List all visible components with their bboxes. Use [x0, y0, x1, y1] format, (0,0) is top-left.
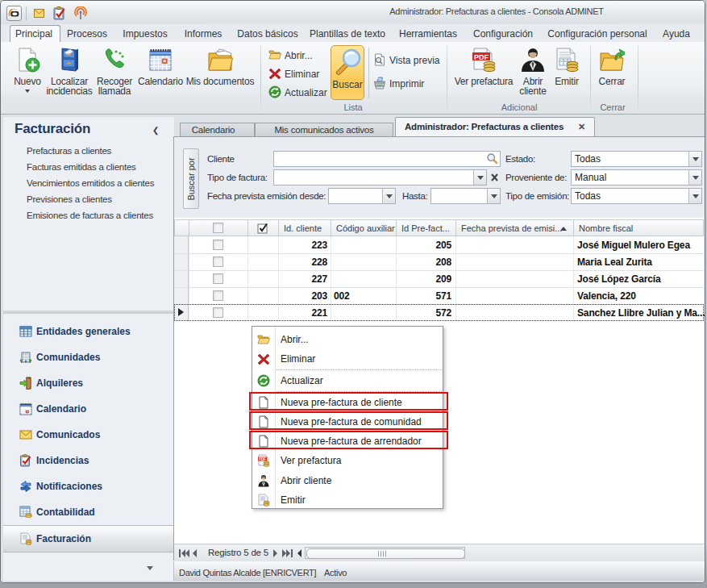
svg-text:PDF: PDF [474, 53, 489, 61]
svg-text:PDF: PDF [259, 457, 266, 461]
